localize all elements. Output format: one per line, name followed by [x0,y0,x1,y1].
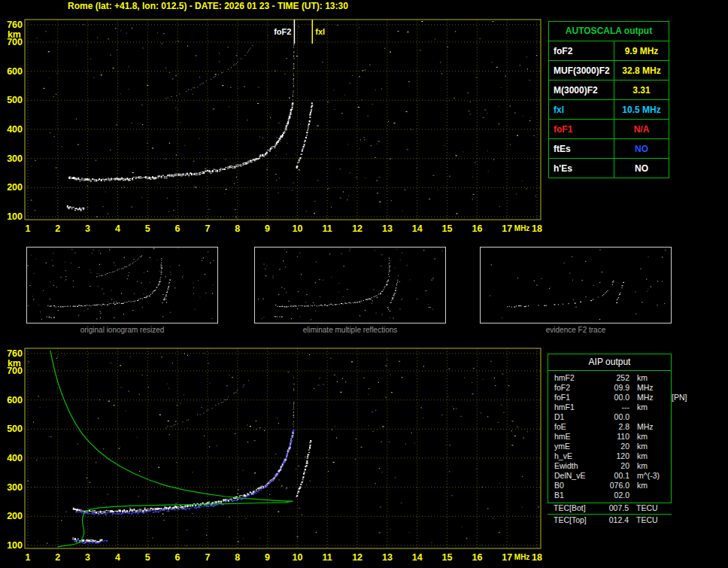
aip-unit: km [629,442,667,451]
aip-unit: km [629,461,667,471]
aip-value: 00.0 [601,412,629,422]
aip-unit: km [629,451,667,461]
aip-name: B0 [554,481,601,491]
x-tick-label: 15 [442,223,453,234]
y-tick-label: 600 [7,395,23,405]
window-title: Rome (lat: +41.8, lon: 012.5) - DATE: 20… [68,1,348,11]
autoscala-row: h'EsNO [549,158,669,178]
aip-extra [667,451,672,461]
x-tick-label: 13 [382,223,393,234]
aip-name: Ewidth [554,461,601,471]
aip-name: foF2 [554,383,601,393]
aip-extra [667,373,672,383]
thumbnail-caption: evidence F2 trace [480,326,672,334]
parameter-name: h'Es [549,159,614,178]
aip-output-table: AIP output hmF2252kmfoF209.9MHzfoF100.0M… [548,354,672,525]
x-tick-label: 16 [472,552,482,563]
x-tick-label: 7 [205,223,210,234]
aip-extra [666,515,672,525]
aip-unit: m^(-3) [629,471,667,481]
parameter-value: 9.9 MHz [614,41,669,60]
trace-e_layer [67,205,84,211]
thumbnail-original-ionogram-canvas [27,248,216,321]
autoscala-row: foF1N/A [549,119,669,138]
aip-table-title: AIP output [548,354,671,371]
x-tick-label: 5 [145,552,150,563]
trace-f2_o [73,432,294,514]
aip-extra [667,461,672,471]
aip-extra [667,442,672,451]
x-tick-label: 4 [115,223,120,234]
parameter-name: foF2 [549,41,614,60]
noise-speckle [258,248,442,320]
aip-unit: MHz [629,422,667,432]
aip-name: ymE [554,442,601,451]
aip-table-rows: hmF2252kmfoF209.9MHzfoF100.0MHz[PN]hmF1-… [548,373,671,500]
aip-row: hmF1---km [548,402,671,412]
x-tick-label: 3 [85,552,90,563]
thumbnail-eliminate-reflections [254,247,446,323]
trace-f2_o_top [293,44,295,100]
aip-value: 110 [601,432,629,442]
y-tick-label: 300 [7,153,23,164]
x-tick-label: 14 [412,552,423,563]
x-tick-label: 17 [502,223,512,234]
aip-row: foF100.0MHz[PN] [548,393,671,402]
x-tick-label: 12 [352,223,362,234]
thumb-trace-f2_x [390,280,399,303]
aip-unit: km [629,373,667,383]
aip-value: 20 [601,442,629,451]
aip-name: foF1 [554,393,601,402]
y-tick-label: 760 [7,20,23,30]
trace-f2_x [296,102,313,169]
aip-value: 076.0 [601,481,629,491]
aip-unit: km [629,481,667,491]
y-tick-label: 500 [7,424,23,434]
parameter-value: 10.5 MHz [614,100,669,119]
parameter-value: N/A [614,120,669,138]
parameter-name: fxl [549,100,614,119]
tec-separator-line [548,514,672,515]
aip-extra [667,412,672,422]
aip-row: h_vE120km [548,451,671,461]
x-tick-label: 2 [55,223,60,234]
x-tick-label: 9 [265,552,270,563]
x-tick-label: 8 [235,223,240,234]
aip-value: 012.4 [600,515,629,525]
y-tick-label: 760 [7,348,23,359]
aip-extra [667,383,672,393]
parameter-value: NO [614,139,669,158]
parameter-name: MUF(3000)F2 [549,61,614,80]
x-axis-unit: MHz [514,224,530,232]
autoscala-table-title: AUTOSCALA output [549,22,669,41]
thumbnail-eliminate-reflections-canvas [255,248,444,321]
aip-value: --- [601,402,629,412]
aip-row: hmE110km [548,432,671,442]
autoscala-program-window: Rome (lat: +41.8, lon: 012.5) - DATE: 20… [0,0,728,568]
x-tick-label: 15 [442,552,453,563]
grid [25,20,541,220]
autoscala-row: foF29.9 MHz [549,41,669,60]
aip-unit: TECU [629,515,666,525]
aip-extra [666,503,672,513]
parameter-name: ftEs [549,139,614,158]
thumbnail-caption: eliminate multiple reflections [254,326,446,334]
trace-f2_o_top [293,384,294,427]
aip-name: foE [554,422,601,432]
aip-row: DelN_vE00.1m^(-3) [548,471,671,481]
autoscala-row: ftEsNO [549,138,669,158]
grid [25,348,541,548]
marker-label-fxl: fxl [315,27,325,36]
aip-name: hmF2 [554,373,601,383]
ionogram-bottom-chart: 123456789101112131415161718MHz7607006005… [0,344,548,568]
autoscala-row: fxl10.5 MHz [549,99,669,119]
x-tick-label: 18 [532,223,542,234]
thumb-trace-hop2 [96,257,141,278]
noise-speckle [27,21,537,217]
thumbnail-evidence-f2 [480,247,672,323]
aip-value: 00.0 [601,393,629,402]
aip-row: foF209.9MHz [548,383,671,393]
autoscala-row: M(3000)F23.31 [549,80,669,99]
aip-name: B1 [554,491,601,500]
aip-unit [629,412,667,422]
